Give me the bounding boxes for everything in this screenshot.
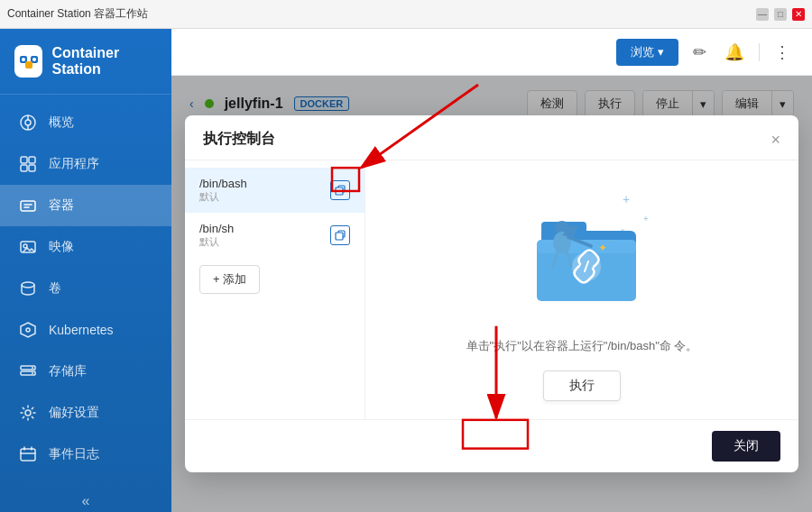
volumes-icon xyxy=(18,279,38,298)
cmd-item-sh[interactable]: /bin/sh 默认 xyxy=(185,213,364,258)
modal-close-button[interactable]: × xyxy=(770,132,780,148)
maximize-button[interactable]: □ xyxy=(774,8,787,21)
window-controls: — □ ✕ xyxy=(756,8,805,21)
svg-text:✦: ✦ xyxy=(598,242,607,254)
svg-point-21 xyxy=(32,367,33,369)
app-title: Container Station 容器工作站 xyxy=(7,6,148,22)
images-icon xyxy=(18,237,38,257)
notification-icon-button[interactable]: 🔔 xyxy=(721,39,748,66)
apps-icon xyxy=(18,154,38,174)
svg-rect-10 xyxy=(29,157,35,163)
sidebar-item-preferences-label: 偏好设置 xyxy=(49,405,99,421)
sidebar-item-kubernetes-label: Kubernetes xyxy=(49,323,114,337)
cmd-bash-text: /bin/bash xyxy=(199,177,247,190)
svg-rect-13 xyxy=(21,201,35,211)
topbar-divider xyxy=(759,43,760,61)
kubernetes-icon xyxy=(18,320,38,340)
svg-rect-9 xyxy=(21,157,27,163)
sidebar-item-kubernetes[interactable]: Kubernetes xyxy=(0,309,171,351)
svg-rect-2 xyxy=(25,61,32,69)
app-logo-icon xyxy=(14,45,42,78)
cmd-sh-text: /bin/sh xyxy=(199,222,234,235)
sidebar-item-images-label: 映像 xyxy=(49,239,74,255)
close-button[interactable]: ✕ xyxy=(792,8,805,21)
cmd-sh-sub: 默认 xyxy=(199,235,234,249)
svg-rect-25 xyxy=(336,187,343,195)
folder-illustration: + + · xyxy=(492,178,672,323)
svg-point-16 xyxy=(22,282,34,288)
svg-point-15 xyxy=(23,244,27,248)
svg-point-6 xyxy=(25,120,31,125)
sidebar-item-events[interactable]: 事件日志 xyxy=(0,434,171,475)
cmd-bash-action-icon[interactable] xyxy=(330,180,350,200)
sidebar-item-storage[interactable]: 存储库 xyxy=(0,351,171,392)
modal-overlay[interactable]: 执行控制台 × /bin/bash 默认 xyxy=(171,76,812,512)
svg-point-23 xyxy=(25,410,31,416)
sidebar-item-overview-label: 概览 xyxy=(49,114,74,131)
cmd-sh-left: /bin/sh 默认 xyxy=(199,222,234,249)
sidebar-item-apps-label: 应用程序 xyxy=(49,156,99,172)
modal-title: 执行控制台 xyxy=(203,130,275,149)
cmd-bash-sub: 默认 xyxy=(199,190,247,204)
paint-icon-button[interactable]: ✏ xyxy=(689,39,710,66)
cmd-bash-left: /bin/bash 默认 xyxy=(199,177,247,204)
sidebar-item-events-label: 事件日志 xyxy=(49,446,99,462)
app-container: Container Station 概览 xyxy=(0,29,812,512)
browse-button[interactable]: 浏览 ▾ xyxy=(616,39,678,66)
sidebar-item-volumes-label: 卷 xyxy=(49,280,61,297)
command-list: /bin/bash 默认 xyxy=(185,160,365,419)
more-options-button[interactable]: ⋮ xyxy=(770,39,794,66)
sidebar-item-containers[interactable]: 容器 xyxy=(0,185,171,226)
sidebar-item-overview[interactable]: 概览 xyxy=(0,102,171,143)
modal-header: 执行控制台 × xyxy=(185,115,798,160)
sidebar: Container Station 概览 xyxy=(0,29,171,512)
events-icon xyxy=(18,444,38,464)
svg-rect-24 xyxy=(21,449,35,461)
sidebar-item-preferences[interactable]: 偏好设置 xyxy=(0,392,171,434)
add-command-button[interactable]: + 添加 xyxy=(199,265,260,294)
logo-text: Container Station xyxy=(51,45,157,78)
svg-text:+: + xyxy=(643,214,649,224)
overview-icon xyxy=(18,113,38,133)
modal-execute-button[interactable]: 执行 xyxy=(543,370,621,401)
modal-close-footer-button[interactable]: 关闭 xyxy=(712,431,780,462)
cmd-item-bash[interactable]: /bin/bash 默认 xyxy=(185,168,364,213)
svg-point-22 xyxy=(32,372,33,374)
logo-area: Container Station xyxy=(0,29,171,95)
modal-footer: 关闭 xyxy=(185,419,798,472)
collapse-button[interactable]: « xyxy=(0,482,171,512)
detail-area: ‹ jellyfin-1 DOCKER 检测 执行 停止 ▾ 编辑 ▾ xyxy=(171,76,812,512)
modal-body: /bin/bash 默认 xyxy=(185,160,798,419)
svg-rect-26 xyxy=(336,233,343,240)
sidebar-item-containers-label: 容器 xyxy=(49,197,74,214)
svg-rect-12 xyxy=(29,165,35,171)
main-content: 浏览 ▾ ✏ 🔔 ⋮ ‹ jellyfin-1 DOCKER 检测 执行 停止 xyxy=(171,29,812,512)
main-nav: 概览 应用程序 xyxy=(0,95,171,482)
containers-icon xyxy=(18,196,38,215)
sidebar-item-images[interactable]: 映像 xyxy=(0,226,171,268)
storage-icon xyxy=(18,361,38,381)
svg-point-18 xyxy=(26,328,30,332)
topbar: 浏览 ▾ ✏ 🔔 ⋮ xyxy=(171,29,812,76)
command-description: 单击"执行"以在容器上运行"/bin/bash"命 令。 xyxy=(466,337,698,356)
svg-marker-17 xyxy=(21,323,35,337)
minimize-button[interactable]: — xyxy=(756,8,769,21)
cmd-sh-action-icon[interactable] xyxy=(330,225,350,245)
sidebar-item-volumes[interactable]: 卷 xyxy=(0,268,171,309)
sidebar-item-storage-label: 存储库 xyxy=(49,363,87,379)
svg-text:+: + xyxy=(623,192,630,206)
svg-point-4 xyxy=(32,58,36,61)
sidebar-item-apps[interactable]: 应用程序 xyxy=(0,143,171,185)
svg-point-3 xyxy=(22,58,25,61)
execute-console-modal: 执行控制台 × /bin/bash 默认 xyxy=(185,115,798,472)
preferences-icon xyxy=(18,403,38,423)
titlebar: Container Station 容器工作站 — □ ✕ xyxy=(0,0,812,29)
command-info-panel: + + · xyxy=(365,160,798,419)
svg-rect-11 xyxy=(21,165,27,171)
svg-text:·: · xyxy=(609,236,611,244)
